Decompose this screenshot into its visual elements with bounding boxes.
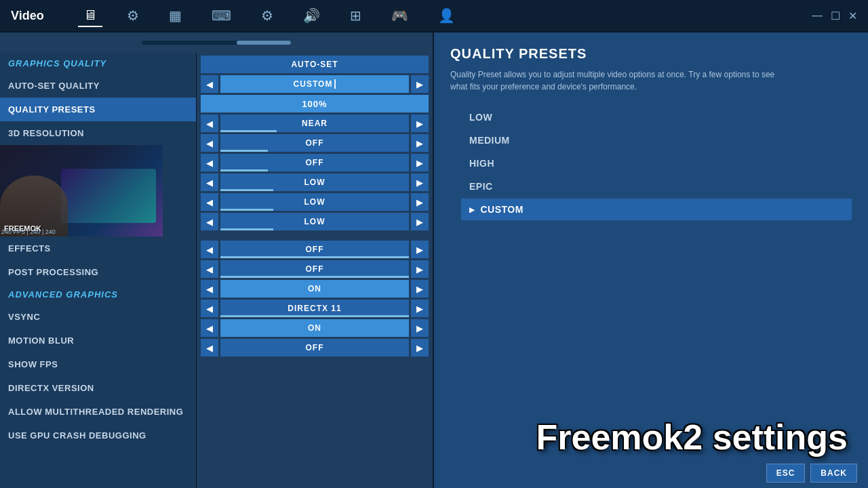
show-fps-next[interactable]: ▶ bbox=[411, 280, 429, 298]
auto-set-row: AUTO-SET bbox=[201, 56, 429, 73]
anti-aliasing-progress bbox=[220, 169, 268, 171]
audio-nav-icon[interactable]: 🔊 bbox=[298, 5, 326, 26]
shadows-next[interactable]: ▶ bbox=[411, 134, 429, 152]
effects-prev[interactable]: ◀ bbox=[201, 193, 218, 211]
textures-prev[interactable]: ◀ bbox=[201, 174, 218, 191]
gear-nav-icon[interactable]: ⚙ bbox=[121, 5, 144, 26]
network-nav-icon[interactable]: ⊞ bbox=[344, 5, 367, 26]
shadows-prev[interactable]: ◀ bbox=[201, 134, 218, 152]
bottom-bar: ESC BACK bbox=[755, 458, 868, 488]
shadows-progress bbox=[220, 150, 268, 152]
scroll-track bbox=[142, 41, 291, 45]
left-menu: GRAPHICS QUALITY AUTO-SET QUALITY QUALIT… bbox=[0, 53, 197, 488]
display-nav-icon[interactable]: ▦ bbox=[163, 5, 187, 26]
menu-item-post-processing[interactable]: POST PROCESSING bbox=[0, 260, 196, 284]
view-distance-next[interactable]: ▶ bbox=[411, 115, 429, 132]
textures-progress bbox=[220, 189, 273, 191]
menu-item-vsync[interactable]: VSYNC bbox=[0, 305, 196, 329]
directx-progress bbox=[220, 315, 409, 317]
motion-blur-progress bbox=[220, 276, 409, 278]
view-distance-prev[interactable]: ◀ bbox=[201, 115, 218, 132]
multithreaded-prev[interactable]: ◀ bbox=[201, 319, 218, 337]
menu-item-3d-resolution[interactable]: 3D RESOLUTION bbox=[0, 121, 196, 145]
multithreaded-next[interactable]: ▶ bbox=[411, 319, 429, 337]
gpu-crash-prev[interactable]: ◀ bbox=[201, 339, 218, 357]
vsync-row: ◀ OFF ▶ bbox=[201, 241, 429, 258]
resolution-row: 100% bbox=[201, 95, 429, 113]
view-distance-progress bbox=[220, 130, 277, 132]
menu-item-motion-blur[interactable]: MOTION BLUR bbox=[0, 329, 196, 352]
preview-area: FREEMOK 240 FPS | 240 | 240 bbox=[0, 145, 163, 237]
preset-high[interactable]: HIGH bbox=[461, 152, 852, 174]
preset-low[interactable]: LOW bbox=[461, 106, 852, 128]
show-fps-prev[interactable]: ◀ bbox=[201, 280, 218, 298]
vsync-progress bbox=[220, 256, 409, 258]
textures-next[interactable]: ▶ bbox=[411, 174, 429, 191]
auto-set-display: AUTO-SET bbox=[201, 56, 429, 73]
preset-low-label: LOW bbox=[469, 112, 492, 123]
menu-item-show-fps[interactable]: SHOW FPS bbox=[0, 352, 196, 376]
preset-epic[interactable]: EPIC bbox=[461, 176, 852, 197]
post-processing-next[interactable]: ▶ bbox=[411, 213, 429, 230]
back-button[interactable]: BACK bbox=[810, 464, 857, 483]
preset-medium[interactable]: MEDIUM bbox=[461, 129, 852, 151]
monitor-nav-icon[interactable]: 🖥 bbox=[78, 5, 102, 27]
directx-prev[interactable]: ◀ bbox=[201, 300, 218, 317]
vsync-prev[interactable]: ◀ bbox=[201, 241, 218, 258]
custom-row: ◀ CUSTOM ▶ bbox=[201, 75, 429, 93]
show-fps-row: ◀ ON ▶ bbox=[201, 280, 429, 298]
keyboard-nav-icon[interactable]: ⌨ bbox=[206, 5, 237, 26]
vsync-display: OFF bbox=[220, 241, 409, 258]
vsync-next[interactable]: ▶ bbox=[411, 241, 429, 258]
directx-row: ◀ DIRECTX 11 ▶ bbox=[201, 300, 429, 317]
menu-item-multithreaded[interactable]: ALLOW MULTITHREADED RENDERING bbox=[0, 400, 196, 424]
motion-blur-prev[interactable]: ◀ bbox=[201, 260, 218, 278]
preset-medium-label: MEDIUM bbox=[469, 135, 510, 146]
maximize-button[interactable]: ☐ bbox=[831, 9, 840, 22]
scroll-thumb[interactable] bbox=[237, 41, 291, 45]
directx-next[interactable]: ▶ bbox=[411, 300, 429, 317]
menu-item-directx[interactable]: DIRECTX VERSION bbox=[0, 376, 196, 400]
effects-next[interactable]: ▶ bbox=[411, 193, 429, 211]
shadows-display: OFF bbox=[220, 134, 409, 152]
custom-next-button[interactable]: ▶ bbox=[411, 75, 429, 93]
overlay-watermark: Freemok2 settings bbox=[536, 417, 848, 458]
main-content: GRAPHICS QUALITY AUTO-SET QUALITY QUALIT… bbox=[0, 33, 868, 488]
cursor-indicator bbox=[334, 79, 336, 89]
close-button[interactable]: ✕ bbox=[848, 9, 857, 22]
directx-display: DIRECTX 11 bbox=[220, 300, 409, 317]
minimize-button[interactable]: — bbox=[812, 9, 823, 22]
preset-epic-label: EPIC bbox=[469, 181, 493, 192]
textures-display: LOW bbox=[220, 174, 409, 191]
multithreaded-display: ON bbox=[220, 319, 409, 337]
menu-item-quality-presets[interactable]: QUALITY PRESETS bbox=[0, 98, 196, 121]
motion-blur-next[interactable]: ▶ bbox=[411, 260, 429, 278]
anti-aliasing-next[interactable]: ▶ bbox=[411, 154, 429, 171]
preset-custom[interactable]: ▶ CUSTOM bbox=[461, 199, 852, 220]
gpu-crash-next[interactable]: ▶ bbox=[411, 339, 429, 357]
user-nav-icon[interactable]: 👤 bbox=[433, 5, 460, 26]
gamepad-nav-icon[interactable]: 🎮 bbox=[386, 5, 414, 26]
esc-button[interactable]: ESC bbox=[766, 464, 806, 483]
left-controls: AUTO-SET ◀ CUSTOM ▶ 100% ◀ bbox=[197, 53, 433, 488]
graphics-quality-header: GRAPHICS QUALITY bbox=[0, 53, 196, 74]
post-processing-display: LOW bbox=[220, 213, 409, 230]
nav-icons: 🖥 ⚙ ▦ ⌨ ⚙ 🔊 ⊞ 🎮 👤 bbox=[78, 5, 460, 27]
post-processing-row: ◀ LOW ▶ bbox=[201, 213, 429, 230]
controller-nav-icon[interactable]: ⚙ bbox=[256, 5, 279, 26]
custom-display: CUSTOM bbox=[220, 75, 409, 93]
effects-row: ◀ LOW ▶ bbox=[201, 193, 429, 211]
post-processing-prev[interactable]: ◀ bbox=[201, 213, 218, 230]
anti-aliasing-prev[interactable]: ◀ bbox=[201, 154, 218, 171]
menu-item-effects[interactable]: EFFECTS bbox=[0, 237, 196, 260]
quality-presets-title: QUALITY PRESETS bbox=[450, 46, 852, 62]
preset-custom-arrow: ▶ bbox=[469, 206, 475, 214]
menu-item-auto-set[interactable]: AUTO-SET QUALITY bbox=[0, 74, 196, 98]
effects-display: LOW bbox=[220, 193, 409, 211]
menu-item-gpu-crash[interactable]: USE GPU CRASH DEBUGGING bbox=[0, 424, 196, 447]
motion-blur-row: ◀ OFF ▶ bbox=[201, 260, 429, 278]
view-distance-row: ◀ NEAR ▶ bbox=[201, 115, 429, 132]
custom-prev-button[interactable]: ◀ bbox=[201, 75, 218, 93]
preview-keyboard bbox=[61, 169, 156, 223]
preview-fps: 240 FPS | 240 | 240 bbox=[1, 228, 56, 235]
